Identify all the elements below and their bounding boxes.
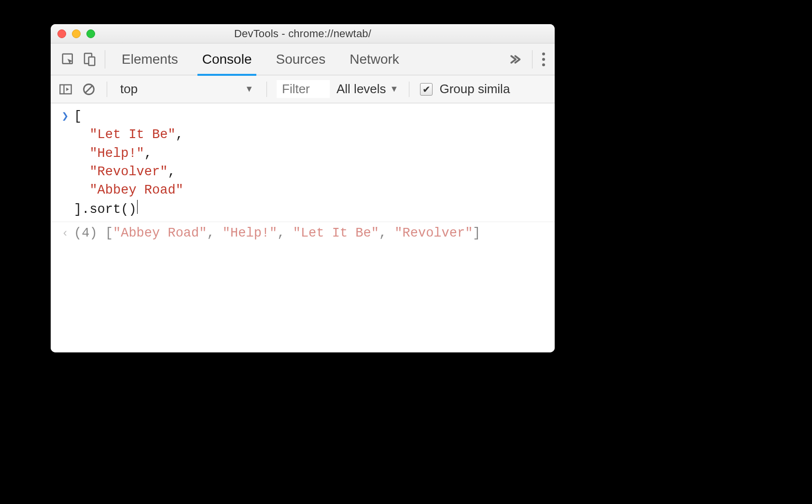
context-selector[interactable]: top ▼: [117, 80, 257, 98]
inspect-element-icon[interactable]: [57, 49, 79, 70]
filter-input[interactable]: [277, 80, 330, 98]
panel-tabs: Elements Console Sources Network: [121, 43, 400, 75]
window-title: DevTools - chrome://newtab/: [51, 28, 555, 40]
divider: [107, 82, 107, 97]
titlebar: DevTools - chrome://newtab/: [51, 24, 555, 43]
console-input-code[interactable]: [ "Let It Be", "Help!", "Revolver", "Abb…: [74, 107, 183, 219]
group-similar-toggle[interactable]: ✔ Group simila: [420, 82, 510, 97]
checkbox-checked-icon: ✔: [420, 83, 433, 96]
console-eager-row: ‹ (4) ["Abbey Road", "Help!", "Let It Be…: [51, 223, 555, 243]
divider: [51, 222, 555, 222]
svg-rect-2: [89, 57, 95, 66]
svg-line-10: [85, 86, 92, 93]
levels-label: All levels: [336, 82, 386, 97]
divider: [532, 50, 532, 69]
svg-point-3: [542, 52, 545, 55]
tab-label: Network: [350, 52, 399, 67]
tab-elements[interactable]: Elements: [121, 43, 179, 75]
svg-marker-8: [66, 87, 69, 91]
group-similar-label: Group simila: [439, 82, 510, 97]
devtools-window: DevTools - chrome://newtab/ Elements Con…: [51, 24, 555, 352]
tab-sources[interactable]: Sources: [275, 43, 326, 75]
overflow-tabs-icon[interactable]: [508, 53, 521, 66]
context-label: top: [120, 82, 138, 97]
divider: [266, 82, 267, 97]
tab-label: Sources: [276, 52, 325, 67]
divider: [409, 82, 409, 97]
console-sidebar-toggle-icon[interactable]: [57, 79, 74, 100]
console-input-row[interactable]: ❯ [ "Let It Be", "Help!", "Revolver", "A…: [51, 106, 555, 220]
close-window-button[interactable]: [57, 29, 66, 38]
divider: [105, 50, 105, 69]
clear-console-icon[interactable]: [81, 79, 97, 100]
zoom-window-button[interactable]: [86, 29, 95, 38]
tab-label: Console: [202, 52, 252, 67]
console-filterbar: top ▼ All levels ▼ ✔ Group simila: [51, 75, 555, 103]
device-toolbar-icon[interactable]: [79, 49, 100, 70]
console-body: ❯ [ "Let It Be", "Help!", "Revolver", "A…: [51, 103, 555, 352]
svg-point-4: [542, 58, 545, 61]
settings-menu-icon[interactable]: [537, 52, 550, 67]
dropdown-icon: ▼: [390, 84, 399, 94]
dropdown-icon: ▼: [245, 84, 253, 94]
minimize-window-button[interactable]: [72, 29, 81, 38]
tab-label: Elements: [122, 52, 178, 67]
svg-point-5: [542, 63, 545, 66]
prompt-in-icon: ❯: [62, 109, 69, 125]
traffic-lights: [57, 29, 95, 38]
tab-console[interactable]: Console: [201, 43, 253, 75]
log-levels-selector[interactable]: All levels ▼: [336, 82, 398, 97]
console-eager-output: (4) ["Abbey Road", "Help!", "Let It Be",…: [74, 224, 481, 242]
prompt-out-icon: ‹: [62, 225, 69, 242]
svg-rect-6: [60, 84, 71, 94]
tab-network[interactable]: Network: [349, 43, 400, 75]
devtools-tabbar: Elements Console Sources Network: [51, 43, 555, 75]
